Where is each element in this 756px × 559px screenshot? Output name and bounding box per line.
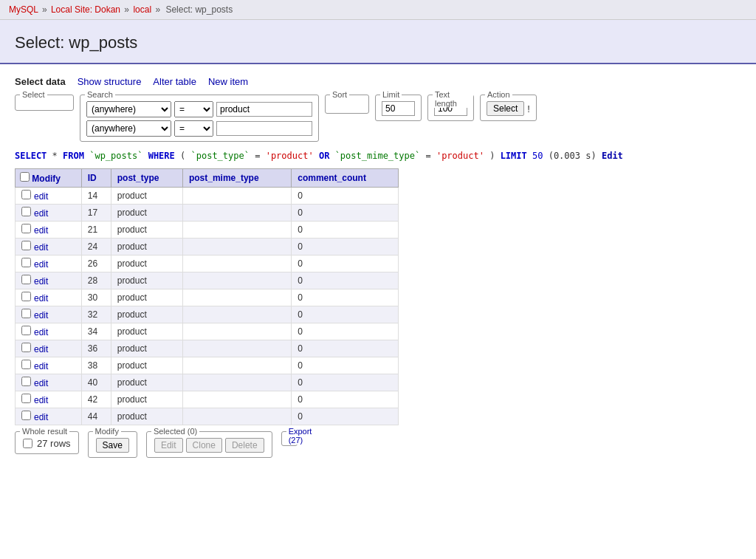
nav-show-structure[interactable]: Show structure	[78, 76, 142, 87]
row-checkbox[interactable]	[21, 241, 31, 250]
save-button[interactable]: Save	[96, 438, 129, 453]
row-edit-link[interactable]: edit	[34, 259, 48, 270]
selected-label: Selected (0)	[151, 427, 199, 436]
selected-group: Selected (0) Edit Clone Delete	[146, 431, 272, 458]
row-edit-link[interactable]: edit	[34, 378, 48, 388]
table-row: edit34product0	[16, 323, 399, 340]
row-checkbox[interactable]	[21, 411, 31, 420]
breadcrumb-mysql[interactable]: MySQL	[9, 4, 38, 15]
delete-button[interactable]: Delete	[225, 438, 264, 453]
export-group: Export (27)	[281, 431, 298, 446]
row-post-type: product	[111, 222, 182, 239]
nav-alter-table[interactable]: Alter table	[153, 76, 196, 87]
col-header-post-type[interactable]: post_type	[111, 169, 182, 188]
modify-inner: Save	[96, 438, 129, 453]
row-comment-count: 0	[292, 374, 399, 391]
whole-result-checkbox[interactable]	[23, 439, 32, 448]
row-edit-link[interactable]: edit	[34, 310, 48, 320]
whole-result-label: Whole result	[20, 427, 69, 436]
nav-select-data[interactable]: Select data	[15, 76, 66, 87]
row-check-cell: edit	[16, 306, 82, 323]
search-field-2[interactable]: (anywhere) ID post_type post_mime_type c…	[86, 120, 171, 137]
row-checkbox[interactable]	[21, 360, 31, 369]
sql-col-mimetype: `post_mime_type`	[335, 151, 421, 161]
search-value-2[interactable]	[216, 121, 312, 136]
row-checkbox[interactable]	[21, 207, 31, 216]
row-checkbox[interactable]	[21, 224, 31, 233]
col-header-id[interactable]: ID	[81, 169, 111, 188]
row-edit-link[interactable]: edit	[34, 276, 48, 287]
filter-row: Select Search (anywhere) ID post_type po…	[15, 95, 741, 142]
row-count: 27 rows	[37, 438, 71, 449]
row-id: 42	[81, 391, 111, 408]
col-header-post-mime-type[interactable]: post_mime_type	[182, 169, 291, 188]
row-comment-count: 0	[292, 289, 399, 306]
clone-button[interactable]: Clone	[186, 438, 222, 453]
limit-input[interactable]: 50	[382, 101, 415, 116]
row-edit-link[interactable]: edit	[34, 327, 48, 337]
row-check-cell: edit	[16, 222, 82, 239]
table-container: Modify ID post_type post_mime_type comme…	[15, 168, 741, 425]
row-edit-link[interactable]: edit	[34, 395, 48, 405]
sql-or-kw: OR	[319, 151, 329, 161]
limit-group-label: Limit	[380, 90, 402, 99]
search-field-1[interactable]: (anywhere) ID post_type post_mime_type c…	[86, 101, 171, 117]
modify-group: Modify Save	[88, 431, 137, 458]
edit-button[interactable]: Edit	[154, 438, 183, 453]
breadcrumb-localsite[interactable]: Local Site: Dokan	[51, 4, 120, 15]
table-row: edit17product0	[16, 205, 399, 222]
row-id: 32	[81, 306, 111, 323]
row-edit-link[interactable]: edit	[34, 344, 48, 354]
select-button[interactable]: Select	[487, 101, 524, 116]
row-edit-link[interactable]: edit	[34, 225, 48, 236]
sort-group: Sort	[325, 95, 369, 114]
row-checkbox[interactable]	[21, 377, 31, 386]
row-checkbox[interactable]	[21, 309, 31, 318]
row-check-cell: edit	[16, 239, 82, 256]
nav-new-item[interactable]: New item	[208, 76, 248, 87]
row-edit-link[interactable]: edit	[34, 293, 48, 303]
select-all-checkbox[interactable]	[20, 172, 30, 182]
search-group-label: Search	[85, 90, 115, 99]
row-edit-link[interactable]: edit	[34, 242, 48, 253]
nav-links: Select data Show structure Alter table N…	[15, 72, 741, 87]
breadcrumb-local[interactable]: local	[133, 4, 151, 15]
row-checkbox[interactable]	[21, 343, 31, 352]
row-id: 40	[81, 374, 111, 391]
search-value-1[interactable]	[216, 102, 312, 117]
row-post-mime-type	[182, 188, 291, 205]
sql-edit-link[interactable]: Edit	[602, 151, 623, 161]
row-checkbox[interactable]	[21, 190, 31, 199]
row-comment-count: 0	[292, 357, 399, 374]
table-row: edit28product0	[16, 272, 399, 289]
row-post-mime-type	[182, 408, 291, 425]
row-checkbox[interactable]	[21, 326, 31, 335]
sql-select-kw: SELECT	[15, 151, 47, 161]
row-check-cell: edit	[16, 357, 82, 374]
row-post-type: product	[111, 340, 182, 357]
row-checkbox[interactable]	[21, 275, 31, 284]
row-checkbox[interactable]	[21, 258, 31, 267]
limit-group: Limit 50	[375, 95, 422, 121]
row-edit-link[interactable]: edit	[34, 191, 48, 202]
export-label[interactable]: Export (27)	[286, 427, 315, 445]
row-edit-link[interactable]: edit	[34, 412, 48, 422]
search-op-2[interactable]: = != LIKE	[174, 120, 213, 137]
row-edit-link[interactable]: edit	[34, 361, 48, 371]
data-table: Modify ID post_type post_mime_type comme…	[15, 168, 399, 425]
row-checkbox[interactable]	[21, 292, 31, 301]
page-title-area: Select: wp_posts	[0, 20, 756, 64]
row-edit-link[interactable]: edit	[34, 208, 48, 219]
row-post-type: product	[111, 256, 182, 272]
row-post-mime-type	[182, 340, 291, 357]
row-comment-count: 0	[292, 205, 399, 222]
col-header-check: Modify	[16, 169, 82, 188]
row-post-mime-type	[182, 239, 291, 256]
sql-limit-kw: LIMIT	[501, 151, 527, 161]
row-check-cell: edit	[16, 391, 82, 408]
row-checkbox[interactable]	[21, 394, 31, 403]
search-op-1[interactable]: = != LIKE	[174, 101, 213, 117]
row-check-cell: edit	[16, 408, 82, 425]
row-post-mime-type	[182, 289, 291, 306]
col-header-comment-count[interactable]: comment_count	[292, 169, 399, 188]
